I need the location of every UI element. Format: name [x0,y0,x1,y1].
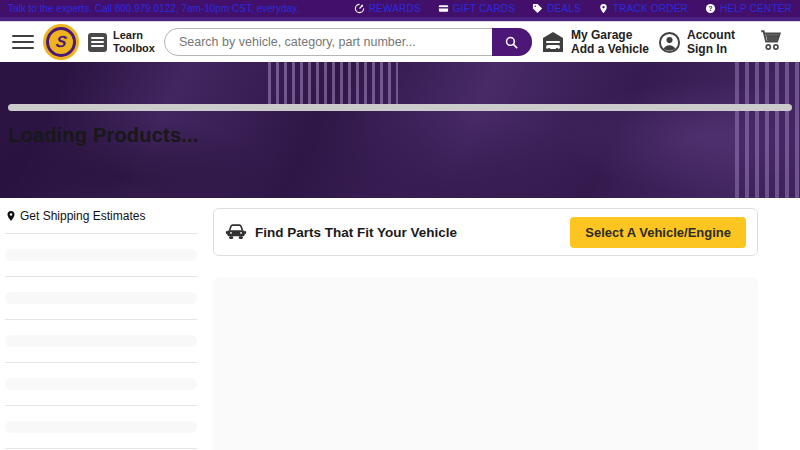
menu-hamburger-icon[interactable] [12,35,34,50]
garage-icon [541,30,565,54]
sidebar-skeleton-list [5,233,197,449]
toolbox-list-icon [88,33,107,52]
skeleton-row [5,421,197,433]
speedway-logo[interactable]: S [43,24,79,60]
my-garage-line1: My Garage [571,28,649,42]
select-vehicle-button[interactable]: Select A Vehicle/Engine [570,217,746,248]
divider [5,448,197,449]
rewards-label: REWARDS [369,3,421,14]
hero-banner: Loading Products... [0,62,800,198]
main-column: Find Parts That Fit Your Vehicle Select … [213,208,758,450]
divider [5,276,197,277]
account-label: Account Sign In [687,28,735,57]
cart-icon [758,27,784,53]
shipping-estimates-label: Get Shipping Estimates [20,209,145,223]
learn-toolbox-link[interactable]: Learn Toolbox [88,29,155,54]
loading-text: Loading Products... [8,124,198,147]
skeleton-row [5,292,197,304]
track-order-link[interactable]: TRACK ORDER [598,3,688,14]
phone-link[interactable]: Talk to the experts. Call 800.979.0122, … [8,3,299,14]
content-area: Get Shipping Estimates [0,198,800,450]
gift-card-icon [438,3,449,14]
divider [5,319,197,320]
divider [5,362,197,363]
my-garage-line2: Add a Vehicle [571,42,649,56]
divider [5,233,197,234]
products-loading-skeleton [213,277,758,450]
top-bar-links: REWARDS GIFT CARDS DEALS TRACK ORDER ? H… [354,3,792,14]
account-icon [658,31,681,54]
search-icon [503,34,520,51]
track-order-label: TRACK ORDER [613,3,688,14]
divider [5,405,197,406]
svg-text:?: ? [708,5,712,12]
track-order-pin-icon [598,3,609,14]
my-garage-label: My Garage Add a Vehicle [571,28,649,57]
search-input[interactable] [164,28,532,56]
rewards-link[interactable]: REWARDS [354,3,421,14]
top-bar: Talk to the experts. Call 800.979.0122, … [0,0,800,17]
deals-tag-icon [532,3,543,14]
gift-cards-link[interactable]: GIFT CARDS [438,3,515,14]
account-line2: Sign In [687,42,735,56]
help-center-link[interactable]: ? HELP CENTER [705,3,792,14]
deals-link[interactable]: DEALS [532,3,581,14]
help-center-label: HELP CENTER [720,3,792,14]
main-header: S Learn Toolbox My Gar [0,22,800,62]
account-button[interactable]: Account Sign In [658,28,735,57]
search-bar [164,28,532,56]
help-center-icon: ? [705,3,716,14]
learn-toolbox-line2: Toolbox [113,42,155,55]
skeleton-row [5,335,197,347]
rewards-icon [354,3,365,14]
vehicle-fitment-card: Find Parts That Fit Your Vehicle Select … [213,208,758,256]
skeleton-row [5,378,197,390]
skeleton-row [5,249,197,261]
my-garage-button[interactable]: My Garage Add a Vehicle [541,28,649,57]
logo-letter: S [54,33,67,51]
car-icon [225,221,247,243]
cart-button[interactable] [758,27,784,57]
loading-progress-bar [8,104,792,111]
fitment-title: Find Parts That Fit Your Vehicle [255,225,457,240]
shipping-estimates-link[interactable]: Get Shipping Estimates [5,209,197,222]
filters-sidebar: Get Shipping Estimates [5,209,197,449]
learn-toolbox-line1: Learn [113,29,155,42]
location-pin-icon [5,210,17,222]
speedway-logo-ring: S [46,27,76,57]
page: Talk to the experts. Call 800.979.0122, … [0,0,800,450]
deals-label: DEALS [547,3,581,14]
gift-cards-label: GIFT CARDS [453,3,515,14]
learn-toolbox-label: Learn Toolbox [113,29,155,54]
search-button[interactable] [492,28,532,56]
account-line1: Account [687,28,735,42]
